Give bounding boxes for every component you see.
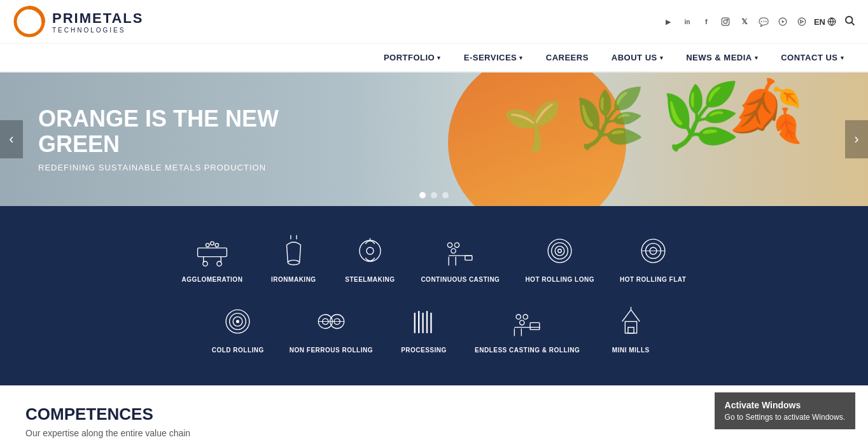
svg-point-28: [451, 248, 456, 252]
hero-content: ORANGE IS THE NEW GREEN REDEFINING SUSTA…: [0, 87, 318, 191]
cap-agglomeration[interactable]: AGGLOMERATION: [169, 225, 256, 289]
chevron-down-icon: ▾: [660, 55, 664, 61]
svg-point-3: [727, 19, 728, 20]
svg-point-36: [558, 249, 562, 252]
linkedin-icon[interactable]: in: [680, 15, 694, 29]
svg-point-44: [237, 320, 239, 322]
svg-point-26: [447, 242, 452, 247]
chevron-down-icon: ▾: [519, 55, 523, 61]
cap-endless-casting[interactable]: ENDLESS CASTING & ROLLING: [462, 296, 592, 360]
cap-steelmaking-label: STEELMAKING: [345, 276, 395, 283]
svg-point-2: [724, 20, 727, 24]
svg-point-57: [520, 320, 524, 324]
non-ferrous-rolling-icon: [312, 302, 350, 340]
cap-continuous-casting-label: CONTINUOUS CASTING: [421, 276, 500, 283]
svg-point-35: [555, 246, 564, 256]
cap-ironmaking[interactable]: IRONMAKING: [255, 225, 332, 289]
svg-marker-7: [801, 20, 804, 24]
cap-continuous-casting[interactable]: CONTINUOUS CASTING: [408, 225, 512, 289]
cap-mini-mills[interactable]: MINI MILLS: [592, 296, 669, 360]
svg-marker-5: [782, 20, 785, 24]
svg-point-15: [203, 261, 207, 266]
logo-icon: [13, 5, 46, 38]
header: PRIMETALS TECHNOLOGIES ▶ in f 𝕏 💬 EN: [0, 0, 868, 44]
cap-processing-label: PROCESSING: [401, 347, 447, 354]
cap-hot-rolling-flat[interactable]: HOT ROLLING FLAT: [607, 225, 699, 289]
svg-point-18: [211, 241, 214, 245]
nav-careers[interactable]: CAREERS: [535, 44, 600, 71]
hero-dot-1[interactable]: [419, 192, 426, 198]
facebook-icon[interactable]: f: [699, 15, 713, 29]
continuous-casting-icon: [441, 231, 479, 270]
svg-point-27: [454, 242, 459, 247]
search-button[interactable]: [844, 15, 855, 29]
processing-icon: [405, 302, 443, 340]
logo-area[interactable]: PRIMETALS TECHNOLOGIES: [13, 5, 143, 38]
youtube-icon[interactable]: ▶: [661, 15, 675, 29]
cap-hot-rolling-long-label: HOT ROLLING LONG: [525, 276, 594, 283]
chevron-down-icon: ▾: [755, 55, 759, 61]
cap-agglomeration-label: AGGLOMERATION: [182, 276, 243, 283]
svg-point-17: [206, 243, 209, 247]
top-right-icons: ▶ in f 𝕏 💬 EN: [661, 15, 855, 29]
brand-sub: TECHNOLOGIES: [52, 27, 143, 34]
capabilities-row-2: COLD ROLLING NON FERROUS ROLLING PROCESS…: [25, 296, 843, 360]
steelmaking-icon: [351, 231, 389, 270]
hero-banner: 🌿 🌿 🍂 🌱 ORANGE IS THE NEW GREEN REDEFINI…: [0, 73, 868, 206]
hero-next-button[interactable]: ›: [845, 120, 868, 158]
cap-non-ferrous-rolling-label: NON FERROUS ROLLING: [290, 347, 373, 354]
svg-rect-59: [530, 322, 540, 329]
cold-rolling-icon: [219, 302, 257, 340]
podcast2-icon[interactable]: [795, 15, 809, 29]
chevron-down-icon: ▾: [437, 55, 441, 61]
nav-portfolio[interactable]: PORTFOLIO ▾: [372, 44, 452, 71]
chevron-down-icon: ▾: [841, 55, 844, 61]
capabilities-row-1: AGGLOMERATION IRONMAKING STEELMAKING CON…: [25, 225, 843, 289]
nav-news-media[interactable]: NEWS & MEDIA ▾: [675, 44, 769, 71]
hero-dot-2[interactable]: [431, 192, 437, 198]
cap-hot-rolling-long[interactable]: HOT ROLLING LONG: [512, 225, 607, 289]
instagram-icon[interactable]: [718, 15, 732, 29]
ironmaking-icon: [274, 231, 312, 270]
svg-rect-1: [722, 18, 729, 25]
svg-rect-12: [198, 247, 227, 256]
agglomeration-icon: [193, 231, 231, 270]
hot-rolling-long-icon: [541, 231, 579, 270]
svg-point-55: [516, 314, 521, 319]
cap-processing[interactable]: PROCESSING: [386, 296, 462, 360]
svg-point-23: [360, 240, 381, 261]
cap-hot-rolling-flat-label: HOT ROLLING FLAT: [620, 276, 686, 283]
cap-mini-mills-label: MINI MILLS: [612, 347, 650, 354]
language-selector[interactable]: EN: [814, 17, 836, 27]
competences-section: COMPETENCES Our expertise along the enti…: [0, 385, 868, 442]
svg-point-34: [552, 242, 568, 259]
hero-prev-button[interactable]: ‹: [0, 120, 23, 158]
hero-dots: [419, 192, 449, 198]
logo-text: PRIMETALS TECHNOLOGIES: [52, 10, 143, 34]
svg-point-20: [288, 260, 299, 265]
svg-point-10: [846, 17, 853, 24]
twitter-x-icon[interactable]: 𝕏: [738, 15, 752, 29]
hero-dot-3[interactable]: [442, 192, 449, 198]
nav-eservices[interactable]: E-SERVICES ▾: [452, 44, 535, 71]
svg-point-19: [215, 243, 219, 247]
cap-endless-casting-label: ENDLESS CASTING & ROLLING: [475, 347, 580, 354]
svg-point-25: [367, 247, 374, 254]
cap-cold-rolling[interactable]: COLD ROLLING: [199, 296, 277, 360]
hot-rolling-flat-icon: [634, 231, 672, 270]
svg-point-6: [798, 18, 806, 25]
nav-contact-us[interactable]: CONTACT US ▾: [769, 44, 855, 71]
mini-mills-icon: [612, 302, 650, 340]
podcast1-icon[interactable]: [776, 15, 790, 29]
hero-subtitle: REDEFINING SUSTAINABLE METALS PRODUCTION: [38, 163, 280, 172]
svg-point-16: [217, 261, 221, 266]
nav-about-us[interactable]: ABOUT US ▾: [600, 44, 675, 71]
main-navigation: PORTFOLIO ▾ E-SERVICES ▾ CAREERS ABOUT U…: [0, 44, 868, 73]
cap-non-ferrous-rolling[interactable]: NON FERROUS ROLLING: [277, 296, 386, 360]
hero-title: ORANGE IS THE NEW GREEN: [38, 106, 280, 156]
competences-subtitle: Our expertise along the entire value cha…: [25, 428, 843, 438]
wechat-icon[interactable]: 💬: [757, 15, 771, 29]
globe-icon: [827, 17, 836, 26]
svg-rect-30: [465, 255, 472, 259]
cap-steelmaking[interactable]: STEELMAKING: [332, 225, 408, 289]
